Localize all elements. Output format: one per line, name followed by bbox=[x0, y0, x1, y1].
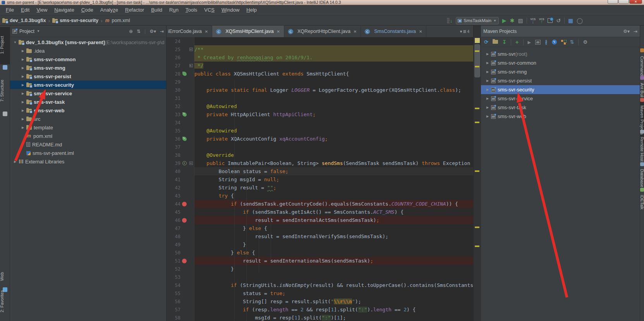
chevron-collapsed-icon[interactable]: ▶ bbox=[21, 58, 25, 61]
menu-item-help[interactable]: Help bbox=[243, 5, 260, 15]
locate-icon[interactable]: ⊕ bbox=[129, 29, 133, 34]
vcs-commit-button[interactable]: VCS↑ bbox=[539, 18, 544, 23]
chevron-collapsed-icon[interactable]: ▶ bbox=[13, 160, 17, 163]
chevron-collapsed-icon[interactable]: ▶ bbox=[486, 79, 489, 82]
gutter[interactable]: 31 bbox=[167, 94, 194, 102]
maximize-button[interactable] bbox=[618, 0, 629, 4]
gutter[interactable]: 38 bbox=[167, 151, 194, 159]
gutter[interactable]: 57 bbox=[167, 306, 194, 314]
maven-tree-item[interactable]: ▶msms-svr-persist bbox=[481, 76, 640, 85]
run-goal-icon[interactable]: ▶ bbox=[528, 39, 531, 45]
menu-item-vcs[interactable]: VCS bbox=[201, 5, 218, 15]
gutter[interactable]: 58 bbox=[167, 314, 194, 321]
chevron-collapsed-icon[interactable]: ▶ bbox=[21, 100, 25, 104]
add-maven-project-icon[interactable]: + bbox=[515, 39, 519, 45]
gutter[interactable]: 35 bbox=[167, 127, 194, 135]
maven-tree-item[interactable]: ▶msms-svr (root) bbox=[481, 50, 640, 58]
chevron-collapsed-icon[interactable]: ▶ bbox=[486, 61, 489, 65]
project-tree-item[interactable]: ▶sms-svr-mng bbox=[10, 64, 166, 72]
gutter[interactable]: 29 bbox=[167, 78, 194, 86]
tool-button-idetalk[interactable]: IDETalk bbox=[640, 192, 644, 212]
close-tab-icon[interactable]: ✕ bbox=[419, 29, 422, 34]
maven-tree-item[interactable]: ▶msms-svr-mng bbox=[481, 67, 640, 76]
search-everywhere-icon[interactable]: ◯ bbox=[577, 17, 583, 24]
tool-button-database[interactable]: Database bbox=[640, 167, 644, 190]
project-tree-item[interactable]: ▶sms-svr-persist bbox=[10, 72, 166, 81]
debug-button[interactable]: ✱ bbox=[510, 17, 515, 24]
breakpoint-icon[interactable] bbox=[182, 202, 187, 206]
gutter[interactable]: 26 bbox=[167, 53, 194, 62]
gutter[interactable]: 28 bbox=[167, 70, 194, 78]
gutter[interactable]: 33 bbox=[167, 110, 194, 118]
collapse-all-icon[interactable]: ⇅ bbox=[570, 39, 574, 45]
skip-tests-icon[interactable]: ∦ bbox=[545, 39, 548, 45]
chevron-collapsed-icon[interactable]: ▶ bbox=[486, 115, 489, 118]
chevron-collapsed-icon[interactable]: ▶ bbox=[486, 70, 489, 74]
spring-bean-icon[interactable] bbox=[182, 137, 187, 141]
chevron-collapsed-icon[interactable]: ▶ bbox=[486, 97, 489, 100]
menu-item-run[interactable]: Run bbox=[166, 5, 182, 15]
chevron-collapsed-icon[interactable]: ▶ bbox=[21, 126, 25, 129]
fold-end-icon[interactable]: ∟ bbox=[189, 64, 193, 67]
chevron-collapsed-icon[interactable]: ▶ bbox=[21, 117, 25, 121]
gutter[interactable]: 44 bbox=[167, 200, 194, 208]
menu-item-edit[interactable]: Edit bbox=[17, 5, 33, 15]
run-button[interactable]: ▶ bbox=[502, 17, 507, 24]
tool-button-2-favorites[interactable]: 2: Favorites bbox=[0, 288, 4, 314]
show-dependencies-icon[interactable] bbox=[561, 40, 566, 45]
editor-tab[interactable]: iErrorCode.java✕ bbox=[167, 26, 212, 37]
tool-button-remote-host[interactable]: Remote Host bbox=[640, 134, 644, 164]
offline-mode-icon[interactable]: ϟ bbox=[552, 39, 557, 45]
editor[interactable]: iErrorCode.java✕CXQSmsHttpClient.java✕CX… bbox=[167, 26, 473, 321]
execute-goal-icon[interactable]: m bbox=[535, 40, 541, 45]
gutter[interactable]: 45 bbox=[167, 208, 194, 216]
fold-collapse-icon[interactable]: − bbox=[189, 48, 193, 51]
close-tab-icon[interactable]: ✕ bbox=[277, 29, 280, 34]
menu-item-view[interactable]: View bbox=[33, 5, 51, 15]
chevron-collapsed-icon[interactable]: ▶ bbox=[21, 109, 25, 112]
chevron-collapsed-icon[interactable]: ▶ bbox=[21, 75, 25, 78]
gutter[interactable]: 40 bbox=[167, 167, 194, 175]
tool-button-web[interactable]: Web bbox=[0, 264, 4, 289]
editor-tab[interactable]: CXQSmsHttpClient.java✕ bbox=[212, 26, 284, 37]
maven-settings-icon[interactable]: ⚙ bbox=[583, 39, 587, 45]
maven-tree-item[interactable]: ▶msms-svr-service bbox=[481, 94, 640, 103]
gutter[interactable]: 52 bbox=[167, 265, 194, 273]
project-tree-item[interactable]: ▼dev_1.0.3bugfix [sms-svr-parent] (E:\wo… bbox=[10, 38, 166, 46]
coverage-button[interactable]: ▨ bbox=[518, 17, 523, 24]
project-tree-item[interactable]: ▶.idea bbox=[10, 46, 166, 55]
code-area[interactable]: 2425−/**26 * Created by renhongqiang on … bbox=[167, 37, 473, 321]
menu-item-analyze[interactable]: Analyze bbox=[97, 5, 122, 15]
maven-tree-item-selected[interactable]: ▶msms-svr-security bbox=[481, 85, 640, 94]
gutter[interactable]: 54 bbox=[167, 281, 194, 289]
gutter[interactable]: 41 bbox=[167, 175, 194, 184]
gutter[interactable]: 46 bbox=[167, 216, 194, 224]
warning-stripe-mark[interactable] bbox=[475, 245, 479, 247]
override-marker-icon[interactable]: ↑ bbox=[182, 161, 187, 165]
project-tree-item[interactable]: README.md bbox=[10, 140, 166, 149]
breakpoint-icon[interactable] bbox=[182, 218, 187, 223]
hidden-tabs-indicator[interactable]: ▾≣4 bbox=[460, 26, 473, 37]
chevron-collapsed-icon[interactable]: ▶ bbox=[21, 49, 25, 53]
maven-tree-item[interactable]: ▶msms-svr-task bbox=[481, 103, 640, 112]
tool-button-7-structure[interactable]: 7: Structure bbox=[0, 78, 4, 103]
tool-button-1-project[interactable]: 1: Project bbox=[0, 32, 4, 58]
menu-item-code[interactable]: Code bbox=[78, 5, 97, 15]
project-tree-item[interactable]: ▶External Libraries bbox=[10, 157, 166, 166]
warning-stripe-mark[interactable] bbox=[475, 50, 479, 52]
editor-tab[interactable]: CXQReportHttpClient.java✕ bbox=[284, 26, 361, 37]
spring-bean-icon[interactable] bbox=[182, 112, 187, 117]
menu-item-tools[interactable]: Tools bbox=[182, 5, 201, 15]
project-tree-item[interactable]: ▶template bbox=[10, 123, 166, 132]
download-sources-icon[interactable]: ↧ bbox=[502, 39, 507, 45]
project-view-selector[interactable]: P Project ▼ bbox=[12, 29, 40, 34]
scrollbar-thumb[interactable] bbox=[474, 44, 480, 77]
project-tree-item[interactable]: ▶sms-svr-web bbox=[10, 106, 166, 115]
chevron-collapsed-icon[interactable]: ▶ bbox=[486, 88, 489, 91]
chevron-collapsed-icon[interactable]: ▶ bbox=[486, 52, 489, 56]
breadcrumb-item[interactable]: mpom.xml bbox=[105, 18, 130, 23]
project-tree-item[interactable]: ▶src bbox=[10, 115, 166, 123]
chevron-collapsed-icon[interactable]: ▶ bbox=[21, 92, 25, 95]
chevron-collapsed-icon[interactable]: ▶ bbox=[486, 106, 489, 109]
menu-item-refactor[interactable]: Refactor bbox=[122, 5, 148, 15]
